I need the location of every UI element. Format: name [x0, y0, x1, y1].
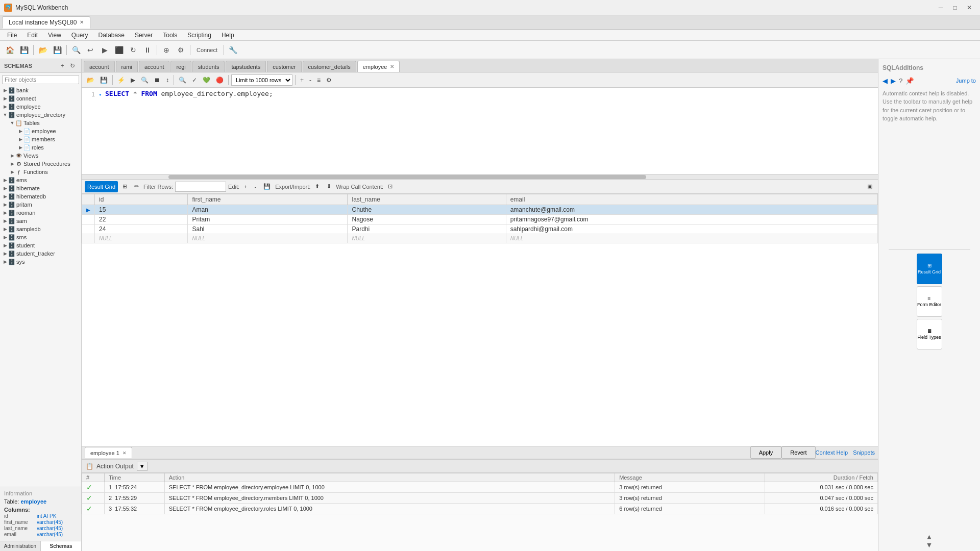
output-row-1[interactable]: ✓ 1 17:55:24 SELECT * FROM employee_dire…: [82, 482, 878, 493]
close-button[interactable]: ✕: [963, 3, 976, 13]
schema-student-tracker[interactable]: ▶ 🗄️ student_tracker: [0, 249, 81, 258]
schema-hibernate[interactable]: ▶ 🗄️ hibernate: [0, 184, 81, 192]
menu-tools[interactable]: Tools: [158, 30, 182, 41]
col-header-id[interactable]: id: [95, 194, 188, 205]
schema-connect[interactable]: ▶ 🗄️ connect: [0, 94, 81, 103]
table-row[interactable]: ▶ 15 Aman Chuthe amanchute@gmail.com: [82, 205, 878, 215]
instance-tab-close[interactable]: ✕: [80, 19, 84, 25]
folder-views[interactable]: ▶ 👁️ Views: [0, 152, 81, 160]
table-employee[interactable]: ▶ 📄 employee: [0, 127, 81, 135]
stop-btn[interactable]: ⬛: [112, 43, 126, 57]
output-row-2[interactable]: ✓ 2 17:55:29 SELECT * FROM employee_dire…: [82, 493, 878, 504]
filter-rows-input[interactable]: [175, 182, 226, 192]
rollback-btn[interactable]: 🔴: [214, 74, 226, 86]
instance-tab[interactable]: Local instance MySQL80 ✕: [2, 16, 90, 29]
open-file-btn[interactable]: 📂: [85, 74, 96, 86]
menu-help[interactable]: Help: [216, 30, 239, 41]
table-row[interactable]: 24 Sahl Pardhi sahlpardhi@gmail.com: [82, 224, 878, 234]
schema-sys[interactable]: ▶ 🗄️ sys: [0, 258, 81, 266]
nav-tab-administration[interactable]: Administration: [0, 541, 41, 551]
jump-to-link[interactable]: Jump to: [956, 77, 976, 85]
schema-ems[interactable]: ▶ 🗄️ ems: [0, 176, 81, 184]
col-header-first-name[interactable]: first_name: [188, 194, 348, 205]
schema-refresh-btn[interactable]: ↻: [68, 61, 77, 70]
tab-employee[interactable]: employee ✕: [357, 61, 400, 72]
search-btn[interactable]: 🔍: [69, 43, 83, 57]
schema-sampledb[interactable]: ▶ 🗄️ sampledb: [0, 225, 81, 233]
schema-pritam[interactable]: ▶ 🗄️ pritam: [0, 201, 81, 209]
bottom-tab-employee[interactable]: employee 1 ✕: [85, 447, 132, 458]
zoom-in-btn[interactable]: +: [298, 74, 306, 86]
autocommit-btn[interactable]: ✓: [190, 74, 199, 86]
export-btn[interactable]: ⬆: [312, 181, 322, 192]
menu-server[interactable]: Server: [130, 30, 158, 41]
schema-bank[interactable]: ▶ 🗄️ bank: [0, 86, 81, 94]
folder-functions[interactable]: ▶ ƒ Functions: [0, 168, 81, 176]
open-script-btn[interactable]: 📂: [36, 43, 50, 57]
save-file-btn[interactable]: 💾: [98, 74, 110, 86]
tab-rami[interactable]: rami: [116, 61, 138, 72]
find-btn[interactable]: 🔍: [177, 74, 188, 86]
menu-database[interactable]: Database: [93, 30, 130, 41]
editor-scrollbar[interactable]: [82, 174, 878, 180]
limit-select[interactable]: Limit to 1000 rows: [231, 74, 292, 86]
scroll-up-btn[interactable]: ▲: [926, 533, 933, 541]
output-row-3[interactable]: ✓ 3 17:55:32 SELECT * FROM employee_dire…: [82, 504, 878, 514]
menu-file[interactable]: File: [2, 30, 22, 41]
result-grid-btn[interactable]: Result Grid: [85, 181, 118, 192]
new-connection-btn[interactable]: 🏠: [3, 43, 16, 57]
tab-account-2[interactable]: account: [139, 61, 170, 72]
zoom-out-btn[interactable]: -: [307, 74, 313, 86]
menu-scripting[interactable]: Scripting: [182, 30, 216, 41]
schema-employee-directory[interactable]: ▼ 🗄️ employee_directory: [0, 111, 81, 119]
table-row[interactable]: 22 Pritam Nagose pritamnagose97@gmail.co…: [82, 215, 878, 224]
tab-tapstudents[interactable]: tapstudents: [226, 61, 266, 72]
nav-pin-btn[interactable]: 📌: [905, 77, 914, 85]
output-options-btn[interactable]: ▼: [137, 462, 148, 471]
wrap-btn[interactable]: ⊡: [385, 181, 395, 192]
schema-sms[interactable]: ▶ 🗄️ sms: [0, 233, 81, 241]
explain-btn[interactable]: 🔍: [139, 74, 151, 86]
schema-rooman[interactable]: ▶ 🗄️ rooman: [0, 209, 81, 217]
output-table-container[interactable]: # Time Action Message Duration / Fetch ✓…: [82, 473, 878, 551]
import-btn[interactable]: ⬇: [324, 181, 334, 192]
nav-help-btn[interactable]: ?: [899, 77, 902, 85]
schema-create-btn[interactable]: +: [58, 61, 67, 70]
table-row-empty[interactable]: NULL NULL NULL NULL: [82, 234, 878, 243]
context-help-link[interactable]: Context Help: [816, 449, 848, 456]
revert-btn[interactable]: Revert: [781, 446, 815, 459]
schema-hibernatedb[interactable]: ▶ 🗄️ hibernatedb: [0, 192, 81, 201]
bottom-tab-close[interactable]: ✕: [122, 450, 127, 456]
tab-customer[interactable]: customer: [267, 61, 301, 72]
settings-btn[interactable]: ⚙: [174, 43, 187, 57]
folder-stored-procedures[interactable]: ▶ ⚙ Stored Procedures: [0, 160, 81, 168]
execute-all-btn[interactable]: ⚡: [115, 74, 127, 86]
save-btn[interactable]: 💾: [17, 43, 31, 57]
form-editor-panel-btn[interactable]: ≡ Form Editor: [917, 286, 942, 317]
execute-btn[interactable]: ▶: [98, 43, 111, 57]
undo-btn[interactable]: ↩: [84, 43, 97, 57]
sql-editor[interactable]: 1 ● SELECT * FROM employee_directory.emp…: [82, 88, 878, 174]
minimize-button[interactable]: ─: [934, 3, 947, 13]
format-btn[interactable]: ≡: [315, 74, 323, 86]
stop-exec-btn[interactable]: ⏹: [152, 74, 162, 86]
save-script-btn[interactable]: 💾: [51, 43, 64, 57]
tab-account-1[interactable]: account: [84, 61, 115, 72]
tab-employee-close[interactable]: ✕: [390, 64, 394, 69]
result-table-container[interactable]: id first_name last_name email ▶ 15 Aman …: [82, 194, 878, 446]
tab-students[interactable]: students: [192, 61, 225, 72]
nav-forward-btn[interactable]: ▶: [891, 77, 896, 85]
nav-tab-schemas[interactable]: Schemas: [41, 541, 81, 551]
tab-regi[interactable]: regi: [170, 61, 191, 72]
schema-employee[interactable]: ▶ 🗄️ employee: [0, 103, 81, 111]
tab-customer-details[interactable]: customer_details: [303, 61, 356, 72]
execute-stop-btn[interactable]: ⏸: [141, 43, 154, 57]
col-header-last-name[interactable]: last_name: [348, 194, 506, 205]
result-grid-panel-btn[interactable]: ⊞ Result Grid: [917, 254, 942, 284]
filter-sort-btn[interactable]: ⊞: [120, 181, 130, 192]
schema-student[interactable]: ▶ 🗄️ student: [0, 241, 81, 249]
folder-tables[interactable]: ▼ 📋 Tables: [0, 119, 81, 127]
apply-btn[interactable]: Apply: [750, 446, 782, 459]
snippets-link[interactable]: Snippets: [853, 449, 875, 456]
exec-selected-btn[interactable]: ▶: [129, 74, 137, 86]
